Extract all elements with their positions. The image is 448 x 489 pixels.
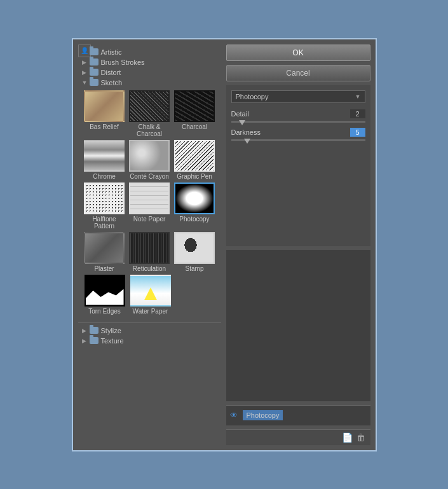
thumbnail-bas-relief[interactable]: Bas Relief (83, 90, 126, 137)
thumb-label-chrome: Chrome (84, 173, 125, 180)
tree-item-sketch[interactable]: ▼ Sketch (78, 78, 221, 88)
thumb-img-chalk (129, 90, 170, 122)
filter-dropdown[interactable]: Photocopy ▼ (231, 90, 365, 103)
distort-label: Distort (101, 69, 121, 76)
thumbnail-charcoal[interactable]: Charcoal (173, 90, 216, 137)
grid-row-2: Chrome Conté Crayon Graphic Pen (83, 140, 216, 180)
darkness-label: Darkness (231, 128, 261, 136)
new-layer-icon[interactable]: 📄 (342, 432, 353, 443)
tree-item-distort[interactable]: ▶ Distort (78, 67, 221, 78)
thumb-label-water: Water Paper (130, 308, 171, 315)
darkness-slider[interactable] (231, 139, 365, 141)
thumb-img-note (129, 183, 170, 214)
grid-row-1: Bas Relief Chalk & Charcoal Charcoal (83, 90, 216, 137)
thumb-label-chalk: Chalk & Charcoal (129, 123, 170, 137)
expand-arrow-stylize: ▶ (82, 327, 88, 334)
thumb-img-charcoal (174, 90, 215, 122)
grid-row-5: Torn Edges Water Paper (83, 275, 216, 315)
folder-icon-brush (90, 59, 98, 65)
detail-value[interactable]: 2 (350, 109, 365, 118)
ok-button[interactable]: OK (226, 45, 370, 61)
layer-name[interactable]: Photocopy (243, 410, 283, 420)
detail-slider[interactable] (231, 121, 365, 123)
eye-icon[interactable]: 👁 (230, 411, 238, 420)
filter-dropdown-value: Photocopy (236, 93, 269, 100)
thumb-img-plaster (84, 232, 125, 264)
thumb-img-photocopy (174, 183, 215, 214)
thumbnail-graphic-pen[interactable]: Graphic Pen (173, 140, 216, 180)
texture-label: Texture (101, 337, 124, 345)
folder-icon-sketch (90, 79, 98, 86)
detail-label: Detail (231, 110, 249, 118)
thumbnail-halftone-pattern[interactable]: Halftone Pattern (83, 183, 126, 230)
thumbnail-conte-crayon[interactable]: Conté Crayon (128, 140, 171, 180)
tree-item-artistic[interactable]: ▶ Artistic (78, 47, 221, 57)
thumb-label-bas-relief: Bas Relief (84, 123, 125, 130)
delete-layer-icon[interactable]: 🗑 (356, 432, 365, 443)
person-icon[interactable]: 👤 (78, 45, 91, 57)
tree-item-brush-strokes[interactable]: ▶ Brush Strokes (78, 57, 221, 67)
thumbnail-note-paper[interactable]: Note Paper (128, 183, 171, 230)
darkness-slider-thumb (244, 139, 250, 144)
right-panel: OK Cancel Photocopy ▼ Detail 2 Da (226, 45, 370, 445)
thumb-label-stamp: Stamp (174, 265, 215, 272)
expand-arrow-sketch: ▼ (82, 79, 88, 86)
thumb-img-chrome (84, 140, 125, 172)
thumb-label-halftone: Halftone Pattern (84, 216, 125, 230)
folder-icon-stylize (90, 327, 98, 334)
tree-item-stylize[interactable]: ▶ Stylize (78, 326, 221, 336)
layer-panel: 👁 Photocopy (226, 405, 370, 425)
chevron-down-icon: ▼ (355, 93, 361, 100)
artistic-label: Artistic (101, 48, 122, 56)
folder-icon-texture (90, 337, 98, 344)
grid-row-4: Plaster Reticulation Stamp (83, 232, 216, 272)
thumb-img-halftone (84, 183, 125, 214)
expand-arrow-brush: ▶ (82, 59, 88, 65)
detail-control-row: Detail 2 (231, 109, 365, 118)
thumbnail-photocopy[interactable]: Photocopy (173, 183, 216, 230)
filter-gallery-dialog: 👤 ▶ Artistic ▶ Brush Strokes ▶ Distort (72, 38, 377, 451)
thumb-img-bas-relief (84, 90, 125, 122)
controls-area: Photocopy ▼ Detail 2 Darkness 5 (226, 85, 370, 247)
thumb-img-stamp (174, 232, 215, 264)
thumbnail-chrome[interactable]: Chrome (83, 140, 126, 180)
thumb-label-plaster: Plaster (84, 265, 125, 272)
cancel-button[interactable]: Cancel (226, 65, 370, 81)
grid-row-3: Halftone Pattern Note Paper Photocopy (83, 183, 216, 230)
thumb-label-note: Note Paper (129, 216, 170, 223)
expand-arrow-distort: ▶ (82, 69, 88, 76)
sketch-grid: Bas Relief Chalk & Charcoal Charcoal (78, 88, 221, 320)
thumbnail-stamp[interactable]: Stamp (173, 232, 216, 272)
detail-slider-thumb (239, 120, 245, 125)
thumb-label-torn: Torn Edges (85, 308, 125, 315)
thumb-label-reticulation: Reticulation (129, 265, 170, 272)
thumbnail-chalk-charcoal[interactable]: Chalk & Charcoal (128, 90, 171, 137)
filter-tree-panel: ▶ Artistic ▶ Brush Strokes ▶ Distort ▼ S… (78, 45, 221, 445)
tree-item-texture[interactable]: ▶ Texture (78, 336, 221, 346)
thumbnail-plaster[interactable]: Plaster (83, 232, 126, 272)
thumb-img-reticulation (129, 232, 170, 264)
thumbnail-torn-edges[interactable]: Torn Edges (83, 275, 126, 315)
thumb-label-conte: Conté Crayon (129, 173, 170, 180)
thumb-label-photocopy: Photocopy (174, 216, 215, 223)
bottom-toolbar: 📄 🗑 (226, 429, 370, 445)
expand-arrow-texture: ▶ (82, 338, 88, 344)
thumb-img-graphic-pen (174, 140, 215, 172)
darkness-value[interactable]: 5 (350, 128, 365, 137)
thumb-img-conte (129, 140, 170, 172)
thumb-label-charcoal: Charcoal (174, 123, 215, 130)
stylize-label: Stylize (101, 327, 121, 334)
folder-icon-distort (90, 69, 98, 76)
thumb-img-torn (85, 275, 125, 306)
thumb-img-water (130, 275, 171, 306)
darkness-control-row: Darkness 5 (231, 128, 365, 137)
thumb-label-graphic-pen: Graphic Pen (174, 173, 215, 180)
folder-icon-artistic (90, 48, 98, 55)
thumbnail-reticulation[interactable]: Reticulation (128, 232, 171, 272)
thumbnail-water-paper[interactable]: Water Paper (129, 275, 172, 315)
sketch-label: Sketch (101, 79, 123, 86)
brush-strokes-label: Brush Strokes (101, 59, 145, 66)
divider (78, 322, 221, 323)
